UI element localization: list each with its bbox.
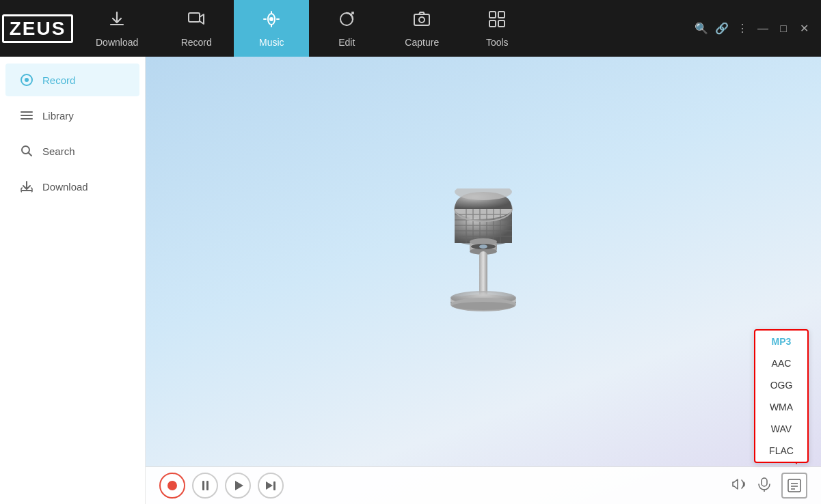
svg-rect-5 (489, 12, 496, 18)
format-option-aac[interactable]: AAC (755, 352, 807, 374)
format-option-mp3[interactable]: MP3 (755, 331, 807, 352)
format-option-wav[interactable]: WAV (755, 418, 807, 440)
svg-point-2 (269, 17, 273, 21)
bottom-controls-bar (146, 466, 821, 504)
svg-point-4 (419, 17, 425, 23)
play-control-button[interactable] (225, 473, 251, 499)
close-button[interactable]: ✕ (798, 23, 810, 35)
edit-tab-icon (337, 10, 356, 33)
capture-tab-icon (412, 10, 431, 33)
sidebar-item-record[interactable]: Record (5, 64, 139, 96)
titlebar: ZEUS Download Record (0, 0, 821, 57)
svg-rect-3 (414, 14, 429, 25)
record-dot-icon (167, 481, 177, 490)
microphone-illustration (429, 188, 538, 339)
menu-window-icon[interactable]: ⋮ (736, 23, 749, 35)
format-option-wma[interactable]: WMA (755, 396, 807, 418)
skip-next-icon (266, 481, 275, 490)
tab-music-label: Music (259, 37, 284, 48)
content-area: MP3 AAC OGG WMA WAV FLAC (146, 57, 821, 504)
tab-tools-label: Tools (486, 37, 509, 48)
svg-point-42 (452, 302, 515, 310)
download-tab-icon (107, 10, 126, 33)
record-sidebar-icon (19, 73, 34, 87)
tab-record-label: Record (181, 37, 212, 48)
download-sidebar-icon (19, 180, 34, 193)
record-control-button[interactable] (159, 473, 185, 499)
tab-edit[interactable]: Edit (309, 0, 384, 57)
main-layout: Record Library Search (0, 57, 821, 504)
svg-rect-6 (498, 12, 504, 18)
nav-tabs: Download Record Music (75, 0, 695, 57)
pause-icon (202, 481, 208, 490)
window-controls: 🔍 🔗 ⋮ — □ ✕ (695, 23, 821, 35)
maximize-button[interactable]: □ (777, 23, 790, 35)
pause-control-button[interactable] (192, 473, 218, 499)
sidebar-item-download[interactable]: Download (5, 170, 139, 203)
tab-music[interactable]: Music (234, 0, 309, 57)
tab-capture-label: Capture (405, 37, 439, 48)
search-window-icon[interactable]: 🔍 (695, 23, 708, 35)
sidebar-download-label: Download (42, 181, 88, 193)
sidebar-search-label: Search (42, 145, 75, 157)
app-logo: ZEUS (0, 0, 75, 57)
music-tab-icon (262, 10, 281, 33)
record-tab-icon (187, 10, 206, 33)
minimize-button[interactable]: — (757, 23, 769, 35)
tab-download[interactable]: Download (75, 0, 159, 57)
library-sidebar-icon (19, 109, 34, 122)
format-dropdown: MP3 AAC OGG WMA WAV FLAC (754, 329, 809, 463)
tab-capture[interactable]: Capture (384, 0, 459, 57)
tab-download-label: Download (96, 37, 138, 48)
svg-rect-43 (762, 478, 767, 486)
tools-tab-icon (487, 10, 507, 33)
svg-rect-45 (788, 479, 800, 492)
right-controls (732, 473, 807, 499)
tab-tools[interactable]: Tools (459, 0, 535, 57)
format-option-ogg[interactable]: OGG (755, 374, 807, 396)
svg-point-36 (479, 244, 487, 249)
format-option-flac[interactable]: FLAC (755, 440, 807, 462)
sidebar: Record Library Search (0, 57, 146, 504)
play-icon (235, 481, 243, 490)
logo-text: ZEUS (2, 14, 74, 43)
share-window-icon[interactable]: 🔗 (716, 23, 728, 35)
search-sidebar-icon (19, 144, 34, 158)
format-select-button[interactable] (781, 473, 807, 499)
skip-next-control-button[interactable] (258, 473, 284, 499)
sidebar-record-label: Record (42, 74, 75, 86)
svg-rect-7 (489, 20, 496, 27)
svg-point-10 (25, 78, 29, 82)
sidebar-item-library[interactable]: Library (5, 99, 139, 132)
svg-line-15 (29, 153, 32, 156)
svg-rect-0 (189, 13, 200, 22)
audio-input-icon[interactable] (757, 477, 772, 495)
volume-icon[interactable] (732, 477, 747, 494)
sidebar-item-search[interactable]: Search (5, 135, 139, 167)
tab-edit-label: Edit (338, 37, 355, 48)
svg-rect-8 (498, 20, 504, 27)
tab-record[interactable]: Record (159, 0, 234, 57)
sidebar-library-label: Library (42, 110, 74, 122)
